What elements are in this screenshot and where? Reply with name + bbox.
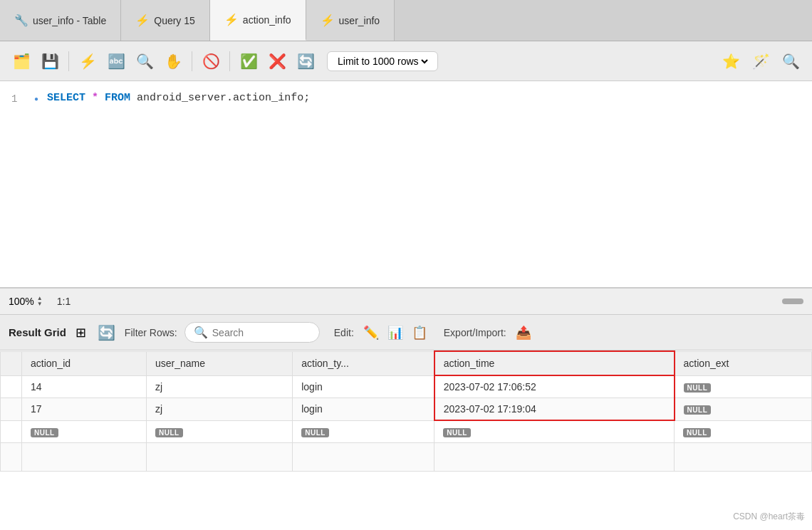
tab-label-user-info-table: user_info - Table	[33, 15, 106, 26]
result-grid-title: Result Grid	[9, 326, 66, 338]
toolbar-right: ⭐ 🪄 🔍	[718, 48, 803, 74]
cell-action-ty-3[interactable]: NULL	[293, 420, 434, 443]
save-button[interactable]: 💾	[37, 48, 63, 74]
row-selector[interactable]	[1, 375, 22, 398]
col-header-action-time[interactable]: action_time	[434, 351, 675, 375]
scroll-area[interactable]	[76, 298, 803, 304]
search-box[interactable]: 🔍	[184, 322, 320, 343]
execute-selection-button[interactable]: 🔤	[103, 48, 129, 74]
scroll-thumb[interactable]	[782, 298, 803, 304]
tab-label-user-info: user_info	[339, 15, 380, 26]
sql-table-name: android_server.action_info;	[137, 92, 310, 104]
table-row-empty	[1, 443, 812, 472]
drop-button[interactable]: 🚫	[198, 48, 224, 74]
data-table-wrapper: action_id user_name action_ty... action_…	[0, 350, 812, 530]
zoom-stepper[interactable]: ▲ ▼	[37, 296, 43, 307]
cell-action-id-1[interactable]: 14	[22, 375, 147, 398]
find-button[interactable]: 🔍	[778, 48, 803, 74]
col-header-action-ext[interactable]: action_ext	[675, 351, 812, 375]
sql-asterisk: *	[92, 92, 105, 104]
result-grid-header: Result Grid ⊞ 🔄 Filter Rows: 🔍 Edit: ✏️ …	[0, 315, 812, 350]
tab-query15[interactable]: ⚡ Query 15	[121, 0, 210, 41]
empty-cell-1	[22, 443, 147, 472]
limit-dropdown[interactable]: Limit to 1000 rows Don't Limit Limit to …	[335, 55, 430, 68]
toolbar: 🗂️ 💾 ⚡ 🔤 🔍 ✋ 🚫 ✅ ❌ 🔄 Limit to 1000 rows …	[0, 41, 812, 81]
tabs-bar: 🔧 user_info - Table ⚡ Query 15 ⚡ action_…	[0, 0, 812, 41]
watermark: CSDN @heart茶毒	[733, 511, 805, 523]
empty-cell-5	[675, 443, 812, 472]
editor-area[interactable]: 1 ● SELECT * FROM android_server.action_…	[0, 81, 812, 288]
toolbar-separator-2	[192, 51, 192, 71]
table-row: 17 zj login 2023-07-02 17:19:04 NULL	[1, 398, 812, 421]
zoom-down-icon[interactable]: ▼	[37, 301, 43, 307]
tab-action-info[interactable]: ⚡ action_info	[210, 0, 306, 41]
open-folder-button[interactable]: 🗂️	[9, 48, 34, 74]
tab-user-info[interactable]: ⚡ user_info	[306, 0, 395, 41]
cell-action-ext-2[interactable]: NULL	[675, 398, 812, 421]
table-header: action_id user_name action_ty... action_…	[1, 351, 812, 375]
edit-form-icon[interactable]: 📋	[410, 323, 430, 343]
cell-action-time-1[interactable]: 2023-07-02 17:06:52	[434, 375, 675, 398]
edit-table-icon[interactable]: 📊	[385, 323, 405, 343]
rollback-button[interactable]: ❌	[264, 48, 290, 74]
col-header-action-id[interactable]: action_id	[22, 351, 147, 375]
ratio-display: 1:1	[57, 296, 71, 307]
cell-action-time-2[interactable]: 2023-07-02 17:19:04	[434, 398, 675, 421]
cell-user-name-1[interactable]: zj	[147, 375, 293, 398]
cell-user-name-2[interactable]: zj	[147, 398, 293, 421]
col-header-user-name[interactable]: user_name	[147, 351, 293, 375]
line-indicator: ●	[34, 90, 38, 105]
limit-select[interactable]: Limit to 1000 rows Don't Limit Limit to …	[327, 51, 438, 71]
search-icon: 🔍	[194, 326, 208, 339]
filter-rows-label: Filter Rows:	[125, 327, 177, 338]
grid-view-icon[interactable]: ⊞	[73, 323, 88, 343]
col-header-action-ty[interactable]: action_ty...	[293, 351, 434, 375]
tab-icon-action-info: ⚡	[224, 13, 239, 26]
commit-button[interactable]: ✅	[236, 48, 261, 74]
table-row: NULL NULL NULL NULL NULL	[1, 420, 812, 443]
tab-icon-query15: ⚡	[135, 14, 150, 27]
favorites-button[interactable]: ⭐	[718, 48, 744, 74]
execute-button[interactable]: ⚡	[75, 48, 100, 74]
toolbar-separator-3	[229, 51, 230, 71]
empty-cell-4	[434, 443, 675, 472]
cell-action-id-2[interactable]: 17	[22, 398, 147, 421]
sql-from-keyword: FROM	[105, 92, 130, 104]
cell-user-name-3[interactable]: NULL	[147, 420, 293, 443]
cell-action-ext-1[interactable]: NULL	[675, 375, 812, 398]
editor-line-1: 1 ● SELECT * FROM android_server.action_…	[11, 90, 801, 107]
cell-action-ext-3[interactable]: NULL	[675, 420, 812, 443]
tab-icon-user-info: ⚡	[321, 14, 335, 27]
empty-cell-3	[293, 443, 434, 472]
explain-button[interactable]: 🔍	[132, 48, 157, 74]
search-input[interactable]	[212, 327, 312, 338]
row-selector[interactable]	[1, 398, 22, 421]
empty-cell-2	[147, 443, 293, 472]
stop-button[interactable]: ✋	[160, 48, 186, 74]
zoom-control[interactable]: 100% ▲ ▼	[9, 296, 43, 307]
row-num-header	[1, 351, 22, 375]
edit-pencil-icon[interactable]: ✏️	[361, 323, 381, 343]
status-bar: 100% ▲ ▼ 1:1	[0, 288, 812, 315]
data-table: action_id user_name action_ty... action_…	[0, 350, 812, 472]
cell-action-time-3[interactable]: NULL	[434, 420, 675, 443]
tab-user-info-table[interactable]: 🔧 user_info - Table	[0, 0, 121, 41]
cell-action-ty-2[interactable]: login	[293, 398, 434, 421]
cell-action-ty-1[interactable]: login	[293, 375, 434, 398]
tab-label-query15: Query 15	[154, 15, 195, 26]
edit-icons: ✏️ 📊 📋	[361, 323, 430, 343]
row-selector[interactable]	[1, 420, 22, 443]
refresh-icon[interactable]: 🔄	[95, 322, 118, 343]
toggle-button[interactable]: 🔄	[293, 48, 318, 74]
null-badge: NULL	[683, 428, 711, 437]
zoom-value: 100%	[9, 296, 34, 307]
sql-content: SELECT * FROM android_server.action_info…	[47, 90, 310, 107]
sql-select-keyword: SELECT	[47, 92, 85, 104]
export-icon[interactable]: 📤	[514, 323, 533, 343]
tab-label-action-info: action_info	[243, 14, 291, 26]
header-row: action_id user_name action_ty... action_…	[1, 351, 812, 375]
null-badge: NULL	[443, 428, 471, 437]
cell-action-id-3[interactable]: NULL	[22, 420, 147, 443]
snippets-button[interactable]: 🪄	[748, 48, 774, 74]
tab-icon-user-info-table: 🔧	[14, 14, 28, 27]
